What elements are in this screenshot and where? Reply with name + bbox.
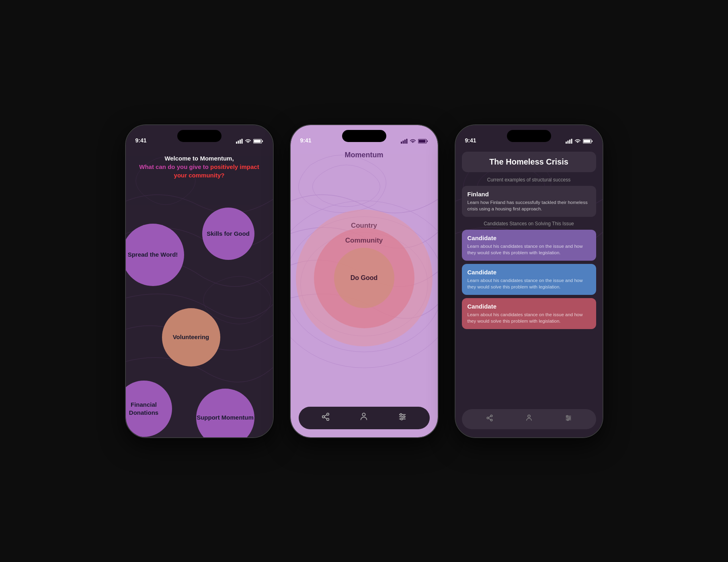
status-icons-2 [401, 139, 428, 144]
svg-rect-30 [569, 140, 570, 144]
bottom-nav-3 [462, 409, 596, 429]
welcome-line2: What can do you give to positively impac… [138, 163, 261, 179]
phone-3: 9:41 [455, 124, 603, 438]
svg-line-21 [324, 415, 327, 416]
inner-circle: Do Good [334, 248, 394, 308]
candidate2-title: Candidate [468, 269, 591, 276]
outer-circle: Country Community Do Good [296, 210, 433, 346]
finland-body: Learn how Finland has successfully tackl… [468, 199, 591, 212]
svg-rect-15 [427, 140, 428, 142]
share-icon[interactable] [321, 412, 330, 423]
phone1-header: Welcome to Momentum, What can do you giv… [126, 146, 273, 183]
svg-point-44 [569, 417, 570, 419]
title-card: The Homeless Crisis [462, 152, 596, 172]
svg-point-43 [566, 416, 568, 417]
sliders-icon[interactable] [398, 412, 407, 423]
middle-circle: Community Do Good [314, 228, 414, 328]
candidate3-body: Learn about his candidates stance on the… [468, 311, 591, 324]
svg-point-45 [567, 419, 568, 421]
phone-1: 9:41 [125, 124, 274, 438]
svg-rect-31 [571, 139, 572, 144]
bubbles-container: Skills for Good Spread the Word! Volunte… [126, 183, 273, 437]
svg-rect-13 [406, 139, 407, 144]
svg-rect-16 [418, 140, 425, 142]
signal-icon-2 [401, 139, 408, 144]
svg-point-25 [400, 414, 402, 416]
finland-card[interactable]: Finland Learn how Finland has successful… [462, 186, 596, 217]
signal-icon-3 [566, 139, 572, 144]
svg-rect-0 [236, 142, 237, 144]
svg-point-26 [403, 416, 405, 418]
section1-label: Current examples of structural success [455, 177, 603, 183]
do-good-label: Do Good [351, 274, 378, 282]
svg-line-39 [488, 416, 490, 418]
svg-rect-3 [241, 139, 242, 144]
status-time: 9:41 [135, 137, 147, 144]
svg-rect-33 [592, 140, 593, 142]
status-icons [236, 139, 263, 144]
bubble-support[interactable]: Support Momentum [196, 389, 254, 437]
dynamic-island [177, 130, 221, 142]
svg-point-27 [401, 418, 403, 420]
candidate3-card[interactable]: Candidate Learn about his candidates sta… [462, 298, 596, 329]
candidate2-card[interactable]: Candidate Learn about his candidates sta… [462, 264, 596, 295]
dynamic-island-3 [507, 130, 551, 142]
svg-rect-34 [583, 140, 590, 142]
phone-2: 9:41 [290, 124, 439, 438]
concentric-circles: Country Community Do Good [291, 165, 438, 391]
person-icon-3[interactable] [525, 414, 533, 424]
sliders-icon-3[interactable] [565, 414, 572, 424]
svg-rect-10 [401, 142, 402, 144]
battery-icon-3 [583, 139, 593, 144]
battery-icon [253, 139, 263, 144]
svg-rect-1 [238, 140, 239, 144]
welcome-line1: Welcome to Momentum, [138, 154, 261, 163]
svg-rect-2 [240, 140, 241, 144]
svg-rect-28 [566, 142, 567, 144]
finland-title: Finland [468, 191, 591, 198]
svg-rect-12 [404, 140, 406, 144]
signal-icon [236, 139, 243, 144]
svg-line-20 [324, 417, 327, 419]
bubble-skills[interactable]: Skills for Good [202, 208, 254, 260]
status-time-2: 9:41 [300, 137, 312, 144]
bubble-spread[interactable]: Spread the Word! [126, 224, 184, 286]
candidate2-body: Learn about his candidates stance on the… [468, 277, 591, 290]
community-label: Community [345, 237, 383, 245]
svg-rect-11 [402, 140, 404, 144]
wifi-icon-2 [410, 139, 416, 144]
page-title: The Homeless Crisis [468, 157, 590, 167]
share-icon-3[interactable] [486, 414, 493, 424]
phone3-content: The Homeless Crisis Current examples of … [455, 146, 603, 437]
phone2-title-bar: Momentum [291, 146, 438, 164]
phone2-title: Momentum [345, 151, 383, 159]
svg-rect-29 [567, 140, 568, 144]
bubble-financial[interactable]: Financial Donations [126, 381, 172, 437]
candidate1-title: Candidate [468, 235, 591, 241]
wifi-icon-3 [574, 139, 581, 144]
svg-rect-5 [262, 140, 263, 142]
bottom-nav-2 [299, 407, 430, 429]
dynamic-island-2 [342, 130, 386, 142]
candidate1-card[interactable]: Candidate Learn about his candidates sta… [462, 230, 596, 261]
phone1-content: Welcome to Momentum, What can do you giv… [126, 146, 273, 437]
svg-line-38 [488, 418, 490, 420]
status-time-3: 9:41 [465, 137, 476, 144]
person-icon[interactable] [359, 412, 368, 423]
bubble-volunteer[interactable]: Volunteering [162, 308, 220, 366]
status-icons-3 [566, 139, 593, 144]
candidate3-title: Candidate [468, 303, 591, 310]
wifi-icon [245, 139, 251, 144]
battery-icon-2 [418, 139, 428, 144]
svg-rect-6 [254, 140, 260, 142]
candidate1-body: Learn about his candidates stance on the… [468, 243, 591, 256]
section2-label: Candidates Stances on Solving This Issue [455, 221, 603, 226]
